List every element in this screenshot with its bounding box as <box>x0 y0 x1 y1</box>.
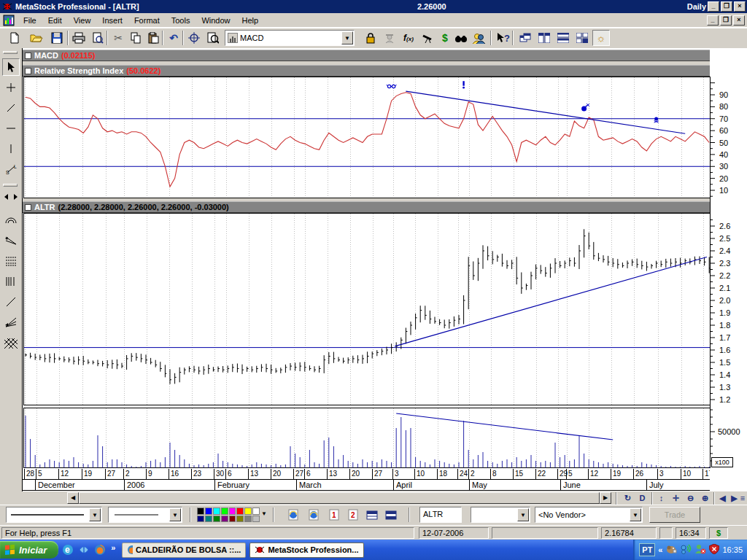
vendor-dropdown-arrow[interactable]: ▼ <box>630 508 641 521</box>
rsi-collapse-box[interactable] <box>25 68 31 74</box>
security-shield-tray-icon[interactable] <box>709 544 719 556</box>
task-button-browser[interactable]: CALDEIRÃO DE BOLSA ::... <box>122 542 246 558</box>
start-button[interactable]: Iniciar <box>0 541 58 559</box>
cut-icon[interactable]: ✂ <box>109 30 127 46</box>
color-swatch[interactable] <box>252 516 260 523</box>
color-swatch[interactable] <box>205 508 212 515</box>
indicator-dropdown-arrow[interactable]: ▼ <box>341 31 353 44</box>
color-swatch[interactable] <box>213 516 220 523</box>
tray-chevron[interactable]: « <box>658 545 662 554</box>
color-dropdown-arrow[interactable]: ▼ <box>261 510 267 517</box>
print-preview-icon[interactable] <box>89 30 107 46</box>
new-icon[interactable] <box>6 30 23 46</box>
split-bottom-icon[interactable] <box>382 507 400 523</box>
gann-grid-tool[interactable] <box>2 334 20 351</box>
scroll-right-tool[interactable] <box>11 191 19 203</box>
color-palette[interactable] <box>197 508 260 522</box>
color-swatch[interactable] <box>213 508 220 515</box>
volume-downtrend-line[interactable] <box>396 413 613 440</box>
undo-icon[interactable]: ↶ <box>165 30 182 46</box>
crosshair-pointer-icon[interactable] <box>185 30 203 46</box>
macd-collapse-box[interactable] <box>25 52 31 59</box>
firefox-quicklaunch-icon[interactable] <box>93 543 107 556</box>
line-weight-dropdown-arrow[interactable]: ▼ <box>169 508 181 521</box>
security-lock-icon[interactable] <box>362 30 379 46</box>
scroll-left-tool[interactable] <box>2 191 10 203</box>
color-swatch[interactable] <box>197 508 204 515</box>
menu-insert[interactable]: Insert <box>96 14 128 27</box>
tile-vertical-icon[interactable] <box>535 30 553 46</box>
color-swatch[interactable] <box>244 516 252 523</box>
vertical-line-tool[interactable] <box>2 140 20 158</box>
cascade-windows-icon[interactable] <box>516 30 534 46</box>
color-swatch[interactable] <box>244 508 252 515</box>
color-swatch[interactable] <box>229 508 236 515</box>
color-swatch[interactable] <box>229 516 236 523</box>
expert-advisor-icon[interactable] <box>381 30 398 46</box>
rsi-plot[interactable] <box>23 77 710 198</box>
paste-icon[interactable] <box>144 30 162 46</box>
ie-quicklaunch-icon[interactable]: e <box>61 543 74 556</box>
scrollbar-left-arrow[interactable]: ◀ <box>67 492 79 504</box>
periodicity-daily-button[interactable]: D <box>636 493 649 504</box>
tray-clock[interactable]: 16:35 <box>722 545 743 554</box>
menu-help[interactable]: Help <box>236 14 265 27</box>
tile-grid-icon[interactable] <box>573 30 591 46</box>
interval-combobox[interactable]: ▼ <box>471 507 530 523</box>
menu-window[interactable]: Window <box>196 14 236 27</box>
split-top-icon[interactable] <box>363 507 381 523</box>
indicator-builder-icon[interactable]: f(x) <box>400 30 417 46</box>
volume-plot[interactable] <box>23 408 710 468</box>
menu-list-icon[interactable]: ≡ <box>738 493 747 504</box>
fibonacci-arcs-tool[interactable] <box>2 211 20 229</box>
color-swatch[interactable] <box>221 508 228 515</box>
child-restore-button[interactable]: ❐ <box>720 15 732 26</box>
color-swatch[interactable] <box>197 516 204 523</box>
trade-button[interactable]: Trade <box>649 507 700 523</box>
child-close-button[interactable]: × <box>733 15 745 26</box>
fit-all-icon[interactable]: ✛ <box>670 493 682 504</box>
rsi-line[interactable] <box>26 93 709 187</box>
quicklaunch-chevron[interactable]: » <box>111 543 115 552</box>
layout-page2-icon[interactable]: 2 <box>344 507 362 523</box>
layout-page1-icon[interactable]: 1 <box>325 507 343 523</box>
fibonacci-retracement-tool[interactable] <box>2 252 20 270</box>
emule-tray-icon[interactable] <box>665 544 677 556</box>
price-plot[interactable] <box>23 213 710 405</box>
horizontal-line-tool[interactable] <box>2 120 20 137</box>
color-swatch[interactable] <box>236 516 244 523</box>
rsi-panel-header[interactable]: Relative Strength Index (50.0622) ❐× <box>23 65 747 77</box>
color-swatch[interactable] <box>252 508 260 515</box>
menu-edit[interactable]: Edit <box>42 14 68 27</box>
web-browser-1-icon[interactable] <box>285 507 302 523</box>
menu-tools[interactable]: Tools <box>166 14 196 27</box>
color-swatch[interactable] <box>205 516 212 523</box>
color-swatch[interactable] <box>221 516 228 523</box>
symbol-box[interactable]: ALTR <box>419 507 462 523</box>
rsi-trendline[interactable] <box>406 91 685 133</box>
line-style-combobox[interactable]: ▼ <box>6 507 102 523</box>
crosshair-tool[interactable] <box>2 79 20 96</box>
context-help-icon[interactable]: ? <box>495 30 512 46</box>
language-indicator[interactable]: PT <box>639 543 655 556</box>
line-style-dropdown-arrow[interactable]: ▼ <box>89 508 101 521</box>
fibonacci-timezones-tool[interactable] <box>2 273 20 290</box>
close-button[interactable]: × <box>734 1 746 12</box>
accounts-people-icon[interactable] <box>470 30 487 46</box>
palette-grip[interactable] <box>3 51 18 54</box>
minimize-button[interactable]: _ <box>708 1 719 12</box>
fit-vertical-icon[interactable]: ↕ <box>655 493 667 504</box>
price-uptrend-line[interactable] <box>395 257 707 346</box>
price-ohlc-bars[interactable] <box>26 229 710 384</box>
scrollbar-right-arrow[interactable]: ▶ <box>600 492 611 504</box>
trendline-tool[interactable] <box>2 99 20 117</box>
web-browser-2-icon[interactable] <box>305 507 322 523</box>
fibonacci-fan-tool[interactable] <box>2 232 20 249</box>
macd-panel-header[interactable]: MACD (0.02115) ❐× <box>23 50 747 61</box>
open-icon[interactable] <box>28 30 45 46</box>
volume-bars[interactable] <box>26 416 709 468</box>
scrollbar-thumb[interactable] <box>79 492 600 504</box>
price-panel-header[interactable]: ALTR (2.28000, 2.28000, 2.26000, 2.26000… <box>23 201 747 213</box>
pointer-tool[interactable] <box>2 58 20 76</box>
palette-grip[interactable] <box>3 184 18 187</box>
